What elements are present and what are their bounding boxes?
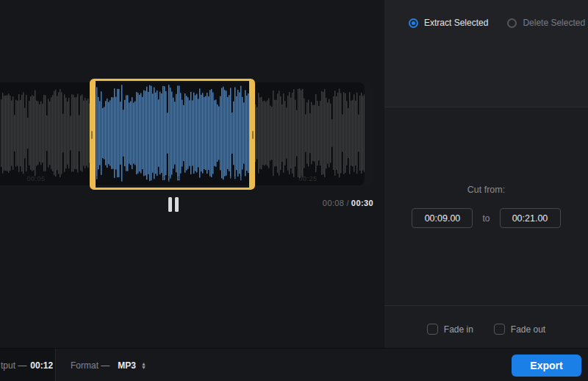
mode-radio-row: Extract Selected Delete Selected xyxy=(409,18,585,28)
delete-selected-label: Delete Selected xyxy=(523,18,585,28)
fade-out-label: Fade out xyxy=(511,324,545,335)
export-button[interactable]: Export xyxy=(512,355,581,377)
output-duration-section: tput —00:12 xyxy=(0,349,56,381)
extract-selected-label: Extract Selected xyxy=(424,18,488,28)
time-display: 00:08/00:30 xyxy=(279,199,373,207)
current-time: 00:08 xyxy=(323,199,345,207)
audio-cutter-app: 00:0500:1000:1500:2000:2500:30 00:08/00:… xyxy=(0,0,588,381)
cut-range-row: to xyxy=(384,208,588,228)
selection-start-handle[interactable] xyxy=(91,131,93,139)
pause-button[interactable] xyxy=(162,192,185,217)
format-stepper-icon[interactable]: ▲▼ xyxy=(141,362,146,369)
total-time: 00:30 xyxy=(351,199,373,207)
checkbox-icon xyxy=(494,324,505,335)
bottom-bar: tput —00:12 Format — MP3 ▲▼ Export xyxy=(0,348,588,381)
radio-off-icon xyxy=(507,18,517,28)
fade-in-checkbox[interactable]: Fade in xyxy=(427,324,473,335)
mode-section: Extract Selected Delete Selected xyxy=(384,0,588,107)
pause-icon xyxy=(168,197,172,212)
delete-selected-radio[interactable]: Delete Selected xyxy=(507,18,585,28)
output-duration-value: 00:12 xyxy=(30,360,53,371)
format-section: Format — MP3 ▲▼ xyxy=(71,349,146,381)
cut-start-input[interactable] xyxy=(412,208,473,228)
format-label: Format — xyxy=(71,360,110,371)
cut-from-label: Cut from: xyxy=(384,185,588,195)
radio-on-icon xyxy=(409,18,418,28)
fade-out-checkbox[interactable]: Fade out xyxy=(494,324,545,335)
time-separator: / xyxy=(344,199,351,207)
main-area: 00:0500:1000:1500:2000:2500:30 00:08/00:… xyxy=(0,0,384,348)
output-label: tput — xyxy=(1,360,26,371)
extract-selected-radio[interactable]: Extract Selected xyxy=(409,18,488,28)
selection-region[interactable] xyxy=(90,79,255,190)
selection-end-handle[interactable] xyxy=(252,131,254,139)
cut-end-input[interactable] xyxy=(500,208,561,228)
timeline-label: 00:05 xyxy=(26,175,45,182)
fade-in-label: Fade in xyxy=(444,324,473,335)
format-value[interactable]: MP3 xyxy=(118,360,136,371)
pause-icon xyxy=(175,197,179,212)
checkbox-icon xyxy=(427,324,438,335)
side-panel: Extract Selected Delete Selected Cut fro… xyxy=(384,0,588,348)
fade-options-row: Fade in Fade out xyxy=(384,324,588,335)
to-label: to xyxy=(482,213,490,224)
panel-divider xyxy=(384,305,588,306)
timeline-label: 00:25 xyxy=(298,175,317,182)
